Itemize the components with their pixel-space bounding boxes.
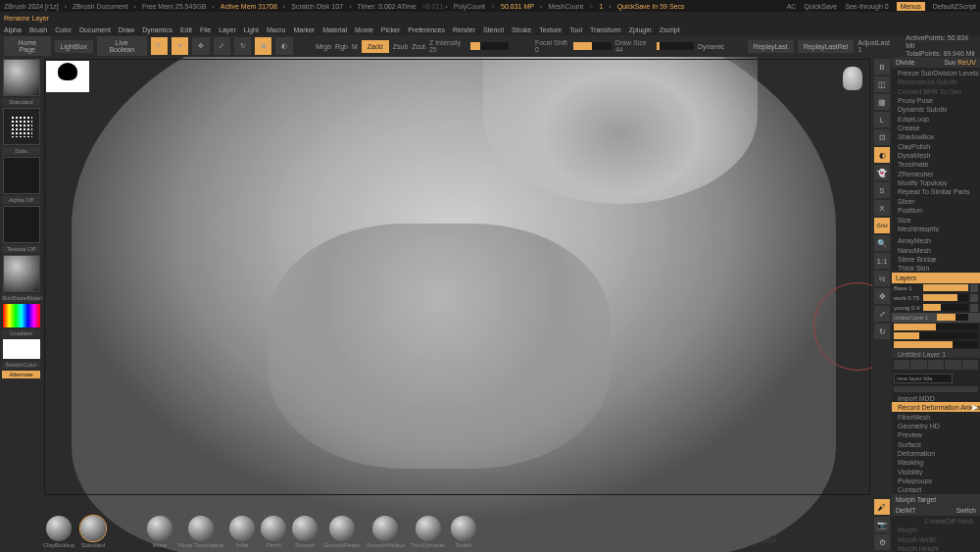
texture-thumb[interactable] [3, 206, 40, 243]
replaylastrel-button[interactable]: ReplayLastRel [798, 40, 855, 53]
menu-transform[interactable]: Transform [590, 26, 621, 33]
draw-mode-icon[interactable]: ✦ [172, 37, 188, 55]
replaylast-button[interactable]: ReplayLast [748, 40, 794, 53]
lightbox-button[interactable]: LightBox [55, 40, 93, 53]
menu-zplugin[interactable]: Zplugin [629, 26, 652, 33]
menu-material[interactable]: Material [322, 26, 347, 33]
layer-new-icon[interactable] [894, 360, 909, 370]
brush-thumb[interactable] [3, 59, 40, 96]
brush-pinch[interactable]: Pinch [261, 516, 286, 548]
ghost-icon[interactable]: 👻 [874, 165, 890, 180]
move-icon[interactable]: ✥ [874, 288, 890, 304]
contact[interactable]: Contact [892, 484, 980, 493]
zsub-button[interactable]: Zsub [393, 43, 409, 50]
morph-height[interactable]: Morph Height [892, 543, 980, 552]
layer-del-icon[interactable] [928, 360, 944, 370]
reconstruct-subdiv[interactable]: Reconstruct Subdiv [892, 76, 980, 85]
liveboolean-button[interactable]: Live Boolean [97, 36, 147, 56]
import-mdd[interactable]: Import MDD [892, 393, 980, 402]
thick-skin[interactable]: Thick Skin [892, 263, 980, 272]
menu-alpha[interactable]: Alpha [4, 26, 22, 33]
zoom-icon[interactable]: 🔍 [874, 235, 890, 251]
viewport[interactable]: THE GNOMON WORKSHOP [42, 57, 872, 552]
eye-icon[interactable] [970, 294, 978, 302]
morphtarget-header[interactable]: Morph Target [892, 494, 980, 505]
m-button[interactable]: M [352, 43, 358, 50]
menu-movie[interactable]: Movie [355, 26, 373, 33]
mrgb-button[interactable]: Mrgb [316, 43, 331, 50]
switchcolor-button[interactable]: SwitchColor [2, 361, 40, 369]
shadowbox[interactable]: ShadowBox [892, 131, 980, 140]
visibility[interactable]: Visibility [892, 467, 980, 476]
menu-layer[interactable]: Layer [219, 26, 236, 33]
gradient-label[interactable]: Gradient [2, 329, 40, 337]
layer-merge-icon[interactable] [945, 360, 960, 370]
surface[interactable]: Surface [892, 439, 980, 448]
slime-bridge[interactable]: Slime Bridge [892, 254, 980, 263]
preview[interactable]: Preview [892, 429, 980, 438]
layer-row[interactable]: Untitled Layer 1 [892, 313, 980, 323]
tessimate[interactable]: Tessimate [892, 159, 980, 168]
rotate-icon[interactable]: ↻ [874, 324, 890, 339]
aahalf-icon[interactable]: ½ [874, 271, 890, 286]
frame-icon[interactable]: ⊡ [874, 129, 890, 145]
color-picker[interactable] [3, 304, 40, 327]
color-swatch[interactable] [3, 339, 40, 359]
quicksave-button[interactable]: QuickSave [804, 3, 837, 10]
creatediff[interactable]: CreateDiff Mesh [892, 516, 980, 525]
dynamic-toggle[interactable]: Dynamic [698, 43, 724, 50]
menu-picker[interactable]: Picker [381, 26, 400, 33]
menu-tool[interactable]: Tool [569, 26, 582, 33]
size[interactable]: Size [892, 215, 980, 224]
bpr-icon[interactable]: B [874, 59, 890, 75]
transp-icon[interactable]: ◐ [874, 147, 890, 163]
misc-icon[interactable]: ⚙ [874, 534, 890, 550]
dynamesh[interactable]: DynaMesh [892, 150, 980, 159]
focal-slider[interactable]: Focal Shift 0 [535, 39, 612, 53]
menu-zscript[interactable]: Zscript [660, 26, 680, 33]
menu-texture[interactable]: Texture [539, 26, 562, 33]
menu-macro[interactable]: Macro [267, 26, 285, 33]
meshintegrity[interactable]: MeshIntegrity [892, 224, 980, 232]
brush-smoothvalleys[interactable]: SmoothValleys [367, 516, 406, 548]
brush-polish[interactable]: Polish [451, 516, 476, 548]
layer-row[interactable]: Base 1 [892, 283, 980, 293]
deformation[interactable]: Deformation [892, 448, 980, 457]
xpose-icon[interactable]: X [874, 200, 890, 216]
solo-icon[interactable]: S [874, 182, 890, 198]
brush-smooth[interactable]: Smooth [292, 516, 318, 548]
zadd-button[interactable]: Zadd [362, 40, 389, 53]
brush-palette-icon[interactable]: 🖌 [874, 499, 890, 515]
scale-mode-icon[interactable]: ⤢ [214, 37, 230, 55]
arraymesh[interactable]: ArrayMesh [892, 235, 980, 244]
layer-name-input[interactable] [894, 374, 953, 383]
camera-icon[interactable]: 📷 [874, 517, 890, 532]
slicer[interactable]: Slicer [892, 196, 980, 205]
layer-row[interactable]: young 0.4 [892, 303, 980, 313]
fibermesh[interactable]: FiberMesh [892, 412, 980, 421]
proxy-pose[interactable]: Proxy Pose [892, 95, 980, 104]
nav-gizmo[interactable] [835, 63, 866, 94]
menu-draw[interactable]: Draw [119, 26, 134, 33]
layers-header[interactable]: Layers [892, 273, 980, 283]
menu-edit[interactable]: Edit [180, 26, 192, 33]
eye-icon[interactable] [970, 304, 978, 312]
move-mode-icon[interactable]: ✥ [192, 37, 209, 55]
menu-stroke[interactable]: Stroke [512, 26, 531, 33]
geometryhd[interactable]: Geometry HD [892, 421, 980, 429]
gizmo-icon[interactable]: ◉ [255, 37, 271, 55]
brush-trimdynamic[interactable]: TrimDynamic [411, 516, 445, 548]
menu-dynamics[interactable]: Dynamics [142, 26, 172, 33]
sculptris-icon[interactable]: ◐ [275, 37, 292, 55]
menu-render[interactable]: Render [453, 26, 475, 33]
menu-brush[interactable]: Brush [29, 26, 47, 33]
seethrough-slider[interactable]: See-through 0 [845, 3, 888, 10]
crease[interactable]: Crease [892, 123, 980, 131]
edgeloop[interactable]: EdgeLoop [892, 114, 980, 123]
menu-light[interactable]: Light [244, 26, 259, 33]
scale-icon[interactable]: ⤢ [874, 306, 890, 322]
freeze-subdiv[interactable]: Freeze SubDivision Levels [892, 68, 980, 76]
menu-marker[interactable]: Marker [293, 26, 315, 33]
layer-bake-icon[interactable] [962, 360, 978, 370]
homepage-button[interactable]: Home Page [4, 36, 51, 56]
